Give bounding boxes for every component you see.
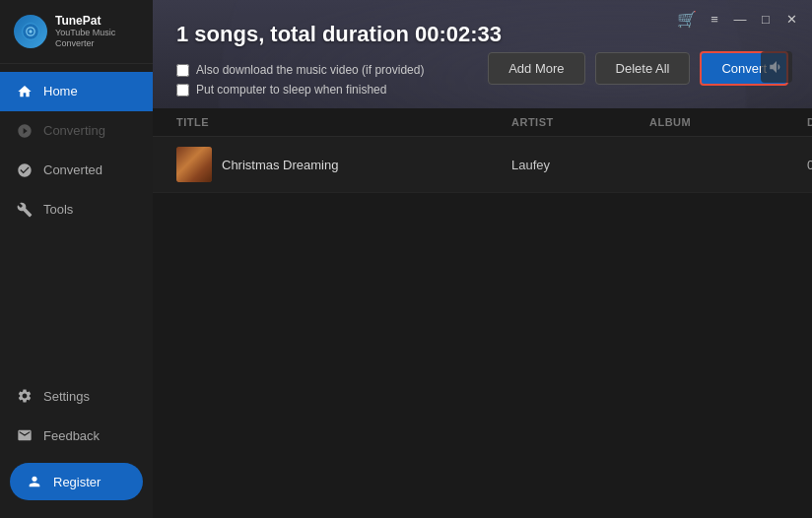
nav-tools-label: Tools [43,202,73,217]
logo-text: TunePat YouTube Music Converter [55,14,139,49]
register-label: Register [53,475,101,489]
nav-converted-label: Converted [43,162,102,177]
col-title: TITLE [176,116,511,128]
titlebar: 🛒 ≡ — □ ✕ [664,0,812,37]
sidebar-item-converted[interactable]: Converted [0,151,153,190]
svg-point-2 [29,30,32,32]
register-icon [26,473,43,490]
track-thumbnail [176,147,212,182]
logo-icon [14,15,47,48]
app-subtitle: YouTube Music Converter [55,28,139,49]
sidebar: TunePat YouTube Music Converter Home Con… [0,0,153,518]
track-table: TITLE ARTIST ALBUM DURATION Christmas Dr… [153,108,812,518]
cart-icon[interactable]: 🛒 [674,8,700,30]
checkbox-video[interactable] [176,64,189,77]
checkbox-sleep-text: Put computer to sleep when finished [196,83,386,97]
sidebar-bottom: Settings Feedback Register [0,376,153,518]
content-area: 1 songs, total duration 00:02:33 Also do… [153,0,812,518]
feedback-icon [16,426,34,444]
main-content: 🛒 ≡ — □ ✕ 1 songs, total duration 00:02:… [153,0,812,518]
sidebar-item-home[interactable]: Home [0,72,153,111]
delete-all-button[interactable]: Delete All [595,52,691,85]
nav-home-label: Home [43,84,78,98]
action-buttons: Add More Delete All Convert [488,51,788,86]
menu-button[interactable]: ≡ [704,8,725,30]
checkbox-video-text: Also download the music video (if provid… [196,63,424,77]
checkbox-video-label[interactable]: Also download the music video (if provid… [176,63,424,77]
thumbnail-image [176,147,212,182]
sidebar-item-settings[interactable]: Settings [0,376,153,416]
checkboxes: Also download the music video (if provid… [176,63,424,97]
app-title: TunePat [55,14,139,28]
converted-icon [16,162,34,179]
register-button[interactable]: Register [10,463,143,500]
cell-artist: Laufey [511,158,649,172]
col-duration: DURATION [807,116,812,128]
nav-menu: Home Converting Converted [0,64,153,376]
nav-feedback-label: Feedback [43,428,100,443]
checkbox-sleep-label[interactable]: Put computer to sleep when finished [176,83,424,97]
close-button[interactable]: ✕ [780,8,802,30]
col-album: ALBUM [649,116,807,128]
track-title: Christmas Dreaming [222,158,338,172]
app-logo: TunePat YouTube Music Converter [0,0,153,64]
add-more-button[interactable]: Add More [488,52,584,85]
table-row: Christmas Dreaming Laufey 02:33 [153,137,812,193]
converting-icon [16,122,34,140]
checkbox-sleep[interactable] [176,84,189,97]
col-artist: ARTIST [511,116,649,128]
content-icon-button[interactable] [761,51,792,83]
cell-duration: 02:33 [807,158,812,172]
cell-title: Christmas Dreaming [176,147,511,182]
home-icon [16,83,34,100]
sidebar-item-feedback[interactable]: Feedback [0,416,153,455]
maximize-button[interactable]: □ [755,8,777,30]
settings-icon [16,387,34,405]
tools-icon [16,201,34,219]
minimize-button[interactable]: — [729,8,751,30]
table-header: TITLE ARTIST ALBUM DURATION [153,108,812,137]
sidebar-item-tools[interactable]: Tools [0,190,153,229]
sidebar-item-converting: Converting [0,111,153,151]
nav-settings-label: Settings [43,389,90,404]
nav-converting-label: Converting [43,123,105,138]
table-body: Christmas Dreaming Laufey 02:33 [153,137,812,193]
